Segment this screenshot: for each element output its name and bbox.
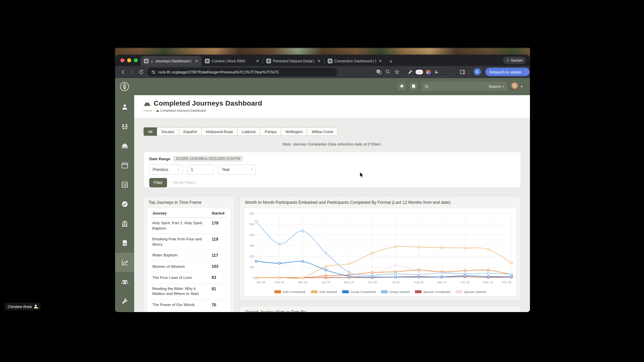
gemini-sparkle-icon: ✦ (506, 59, 509, 62)
bookmark-star-icon[interactable] (394, 69, 399, 74)
eyedropper-extension-icon[interactable] (408, 70, 413, 74)
dots-extension-icon[interactable] (416, 70, 423, 74)
back-icon[interactable] (120, 69, 126, 75)
date-range-value-badge: 1/1/2025 12:00 AM to 12/31/2025 11:59 PM (173, 156, 243, 162)
campus-filter-hollywood-road[interactable]: Hollywood Road (202, 127, 237, 136)
puzzle-extension-icon[interactable] (434, 70, 439, 74)
campus-filter-wellington[interactable]: Wellington (281, 127, 307, 136)
campus-filter-willow-creek[interactable]: Willow Creek (307, 127, 338, 136)
leaf-logo[interactable] (120, 82, 129, 91)
table-row: The Power of Our Words70 (150, 299, 227, 310)
overall-stats-title: Overall Journey Stats in Date Ra (240, 306, 521, 312)
started-column-header[interactable]: Started (210, 208, 227, 218)
tab-close-icon[interactable]: ✕ (378, 58, 383, 64)
browser-tab[interactable]: Persisted Dataset Detail | Roc✕ (263, 56, 324, 66)
tab-title: Journeys Dashboard | Roc (155, 59, 192, 63)
close-window-button[interactable] (120, 58, 124, 62)
table-row: Breaking Free from Fear and Worry119 (150, 234, 227, 250)
relaunch-label: Relaunch to update (489, 70, 521, 74)
svg-text:100: 100 (249, 265, 254, 269)
legend-item[interactable]: Group Started (381, 290, 410, 294)
svg-text:Aug 25: Aug 25 (414, 281, 424, 284)
page-title: Completed Journeys Dashboard (144, 99, 530, 107)
side-panel-icon[interactable] (460, 69, 465, 75)
svg-text:Mar 25: Mar 25 (298, 281, 307, 284)
person-icon (121, 103, 128, 111)
journey-name: The Four Laws of Love (150, 272, 210, 283)
tab-close-icon[interactable]: ✕ (194, 58, 199, 64)
filter-button[interactable]: Filter (149, 178, 167, 187)
legend-item[interactable]: Spouse Started (455, 290, 486, 294)
browser-profile-avatar[interactable]: C (474, 68, 481, 75)
table-row: Women of Wisdom103 (150, 261, 227, 272)
notifications-button[interactable] (398, 82, 406, 90)
campus-filter-español[interactable]: Español (179, 127, 202, 136)
breadcrumb-separator: › (153, 109, 154, 112)
address-bar[interactable]: rock.tfc.org/page/2780?DateRange=Previou… (147, 68, 337, 76)
browser-menu-icon[interactable]: ⋮ (524, 70, 528, 74)
legend-item[interactable]: Spouse Completed (415, 290, 450, 294)
breadcrumb-home-link[interactable]: Home (144, 109, 152, 112)
account-chevron-icon[interactable]: ▾ (521, 85, 523, 88)
tab-strip: Journeys Dashboard | Roc✕Content | Rock … (141, 56, 392, 66)
gemini-badge[interactable]: ✦ Gemini (503, 57, 526, 64)
journey-name: Reading the Bible: Why it Matters and Wh… (150, 283, 210, 299)
bookmarks-button[interactable] (410, 82, 418, 90)
colorful-extension-icon[interactable] (426, 70, 431, 75)
started-count: 119 (210, 234, 227, 250)
sidebar-item-list[interactable] (115, 175, 134, 194)
svg-text:Jan 25: Jan 25 (256, 281, 265, 284)
reset-filters-button[interactable]: Reset Filters (173, 180, 196, 185)
site-search-input[interactable]: Search▾ (421, 82, 507, 91)
started-count: 179 (210, 218, 227, 234)
user-avatar[interactable] (510, 82, 519, 90)
sidebar-item-chart[interactable] (115, 253, 134, 272)
campus-filter-all[interactable]: All (144, 127, 157, 136)
svg-text:Apr 25: Apr 25 (321, 281, 330, 284)
legend-item[interactable]: Solo Completed (274, 290, 306, 294)
tab-close-icon[interactable]: ✕ (255, 58, 260, 64)
reload-icon[interactable] (139, 69, 144, 75)
legend-item[interactable]: Solo Started (311, 290, 337, 294)
mountain-icon (151, 60, 153, 62)
relaunch-to-update-button[interactable]: Relaunch to update ⋮ (485, 68, 530, 76)
forward-icon[interactable] (130, 69, 135, 75)
site-settings-icon[interactable] (151, 70, 156, 74)
campus-filter-pampa[interactable]: Pampa (260, 127, 281, 136)
started-count: 83 (210, 272, 227, 283)
campus-filter-lubbock[interactable]: Lubbock (237, 127, 261, 136)
translate-icon[interactable]: A (376, 69, 381, 74)
browser-tab-bar: Journeys Dashboard | Roc✕Content | Rock … (115, 55, 530, 66)
sidebar-item-institution[interactable] (115, 214, 134, 233)
started-count: 103 (210, 261, 227, 272)
journey-column-header[interactable]: Journey (150, 208, 210, 218)
sidebar-item-users[interactable] (115, 272, 134, 292)
sidebar-item-cloche[interactable] (115, 136, 134, 156)
sidebar-item-calendar[interactable] (115, 156, 134, 175)
sidebar-item-people-arrows[interactable] (115, 117, 134, 136)
zoom-window-button[interactable] (134, 58, 138, 62)
minimize-window-button[interactable] (127, 58, 131, 62)
new-tab-button[interactable]: + (389, 58, 392, 64)
campus-filter-decatur[interactable]: Decatur (157, 127, 179, 136)
browser-tab[interactable]: Connection Dashboard | Rock✕ (324, 56, 385, 66)
sidebar-item-book[interactable] (115, 233, 134, 253)
range-unit-select[interactable]: Year▾ (218, 165, 256, 175)
range-count-input[interactable]: 1 (187, 165, 214, 175)
search-scope-dropdown[interactable]: Search▾ (489, 84, 504, 88)
tab-close-icon[interactable]: ✕ (317, 58, 321, 64)
omnibox-action-icons: A (376, 69, 399, 74)
browser-tab[interactable]: Journeys Dashboard | Roc✕ (141, 56, 202, 66)
sidebar-item-wrench[interactable] (115, 292, 134, 311)
svg-text:A: A (377, 70, 379, 73)
sidebar-item-check-circle[interactable] (115, 194, 134, 214)
zoom-icon[interactable] (385, 69, 390, 74)
legend-item[interactable]: Group Completed (342, 290, 376, 294)
svg-text:Dec 25: Dec 25 (502, 281, 512, 284)
presenter-label: Christine Ronk (5, 303, 41, 310)
toolbar-divider (469, 69, 469, 75)
sidebar-item-person[interactable] (115, 97, 134, 117)
svg-text:Sep 25: Sep 25 (437, 281, 447, 284)
sliding-range-select[interactable]: Previous▾ (149, 165, 183, 175)
browser-tab[interactable]: Content | Rock RMS✕ (202, 56, 263, 66)
